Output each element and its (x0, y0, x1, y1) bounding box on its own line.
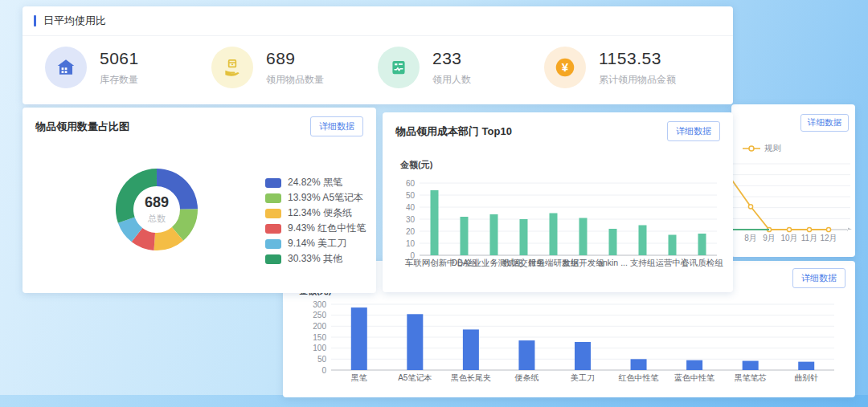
stat-inventory: 5061 库存数量 (45, 47, 211, 88)
accent-bar (34, 15, 36, 26)
bar[interactable] (351, 307, 367, 370)
bar[interactable] (490, 214, 498, 255)
bar[interactable] (431, 190, 439, 255)
svg-text:30: 30 (406, 215, 416, 224)
svg-text:红色中性笔: 红色中性笔 (619, 373, 659, 382)
stat-items-taken-value: 689 (266, 49, 324, 68)
item-ratio-panel: 物品领用数量占比图 详细数据 689 总数 24.82% 黑笔13.93% A5… (23, 108, 376, 293)
svg-text:100: 100 (313, 344, 326, 352)
bar[interactable] (463, 329, 479, 370)
item-ratio-title: 物品领用数量占比图 (35, 120, 129, 134)
svg-text:0: 0 (321, 366, 326, 375)
stat-amount: ¥ 1153.53 累计领用物品金额 (544, 47, 710, 88)
stat-inventory-label: 库存数量 (100, 73, 139, 87)
legend-swatch (265, 178, 281, 188)
donut-slice[interactable] (116, 169, 157, 223)
bar[interactable] (609, 229, 617, 255)
bar[interactable] (407, 314, 423, 370)
line-point[interactable] (807, 227, 811, 231)
donut-legend: 24.82% 黑笔13.93% A5笔记本12.34% 便条纸9.43% 红色中… (265, 175, 366, 267)
bar[interactable] (461, 217, 469, 255)
dept-cost-detail-button[interactable]: 详细数据 (667, 121, 720, 141)
legend-label: 12.34% 便条纸 (288, 206, 352, 220)
svg-text:资讯质检组: 资讯质检组 (681, 258, 723, 267)
legend-swatch (265, 193, 281, 203)
legend-item[interactable]: 9.43% 红色中性笔 (265, 221, 366, 236)
svg-text:蓝色中性笔: 蓝色中性笔 (674, 373, 714, 382)
svg-text:9月: 9月 (763, 234, 776, 242)
svg-text:300: 300 (313, 300, 326, 309)
svg-text:8月: 8月 (744, 234, 757, 242)
svg-text:50: 50 (406, 191, 416, 200)
record-card-icon (378, 47, 420, 88)
stat-items-taken-label: 领用物品数量 (266, 73, 324, 87)
legend-item[interactable]: 24.82% 黑笔 (265, 175, 366, 190)
stat-people: 233 领用人数 (378, 47, 544, 88)
trend-legend-item[interactable]: 规则 (743, 143, 781, 154)
donut-slice[interactable] (157, 169, 198, 210)
svg-text:10: 10 (406, 239, 416, 248)
svg-text:黑色长尾夹: 黑色长尾夹 (451, 373, 491, 382)
svg-text:10月: 10月 (780, 234, 797, 242)
legend-item[interactable]: 30.33% 其他 (265, 251, 366, 267)
bar[interactable] (579, 218, 588, 256)
legend-swatch (265, 224, 281, 234)
svg-text:¥: ¥ (562, 60, 569, 74)
bar[interactable] (550, 214, 558, 256)
svg-text:200: 200 (313, 322, 326, 331)
stat-amount-label: 累计领用物品金额 (599, 73, 676, 87)
trend-detail-button[interactable]: 详细数据 (800, 114, 849, 132)
trend-line-chart: 8月9月10月11月12月 (733, 156, 855, 254)
dept-cost-panel: 物品领用成本部门 Top10 详细数据 金额(元) 0102030405060车… (383, 112, 733, 292)
bar[interactable] (698, 234, 706, 255)
svg-text:黑笔笔芯: 黑笔笔芯 (735, 373, 767, 382)
svg-text:60: 60 (406, 179, 416, 188)
dept-cost-bar-chart: 0102030405060车联网创新中心DBA组企业业务测试组数据交付组服务端研… (391, 175, 725, 287)
bar[interactable] (518, 340, 534, 370)
bar[interactable] (798, 362, 814, 370)
trend-panel: 详细数据 规则 8月9月10月11月12月 (731, 104, 855, 257)
line-point[interactable] (826, 227, 830, 231)
bar[interactable] (520, 219, 528, 255)
stat-inventory-value: 5061 (100, 49, 139, 68)
yen-coin-icon: ¥ (544, 47, 586, 88)
bar[interactable] (743, 361, 759, 370)
svg-text:支持组: 支持组 (630, 258, 656, 267)
svg-text:20: 20 (406, 227, 416, 236)
hand-box-icon (211, 47, 253, 88)
svg-text:黑笔: 黑笔 (351, 373, 367, 382)
svg-text:11月: 11月 (801, 234, 817, 242)
line-point[interactable] (787, 227, 791, 231)
stat-people-value: 233 (432, 49, 471, 68)
bar[interactable] (686, 360, 702, 370)
svg-text:150: 150 (313, 333, 326, 342)
svg-text:便条纸: 便条纸 (514, 373, 538, 382)
legend-item[interactable]: 13.93% A5笔记本 (265, 190, 366, 206)
legend-label: 24.82% 黑笔 (288, 176, 342, 189)
legend-swatch (265, 254, 281, 264)
item-ratio-donut-chart: 689 总数 (113, 165, 201, 254)
svg-text:250: 250 (313, 311, 326, 319)
legend-swatch (265, 209, 281, 218)
bar[interactable] (639, 226, 647, 256)
stats-row: 5061 库存数量 689 领用物品数量 (23, 36, 733, 88)
svg-text:12月: 12月 (820, 234, 837, 242)
svg-text:A5笔记本: A5笔记本 (398, 373, 432, 382)
bar[interactable] (631, 359, 647, 370)
legend-item[interactable]: 12.34% 便条纸 (265, 206, 366, 221)
svg-text:40: 40 (406, 203, 416, 212)
stat-people-label: 领用人数 (432, 73, 471, 87)
line-point[interactable] (748, 205, 752, 209)
svg-text:曲别针: 曲别针 (794, 373, 818, 382)
svg-text:ankin ...: ankin ... (598, 258, 628, 267)
item-cost-detail-button[interactable]: 详细数据 (792, 268, 845, 288)
bar[interactable] (669, 235, 677, 256)
legend-label: 13.93% A5笔记本 (288, 191, 363, 205)
legend-item[interactable]: 9.14% 美工刀 (265, 236, 366, 251)
warehouse-icon (45, 47, 87, 88)
legend-swatch (265, 239, 281, 249)
stat-amount-value: 1153.53 (599, 49, 676, 68)
item-ratio-detail-button[interactable]: 详细数据 (310, 116, 363, 136)
legend-label: 9.14% 美工刀 (288, 237, 346, 250)
bar[interactable] (575, 342, 591, 370)
